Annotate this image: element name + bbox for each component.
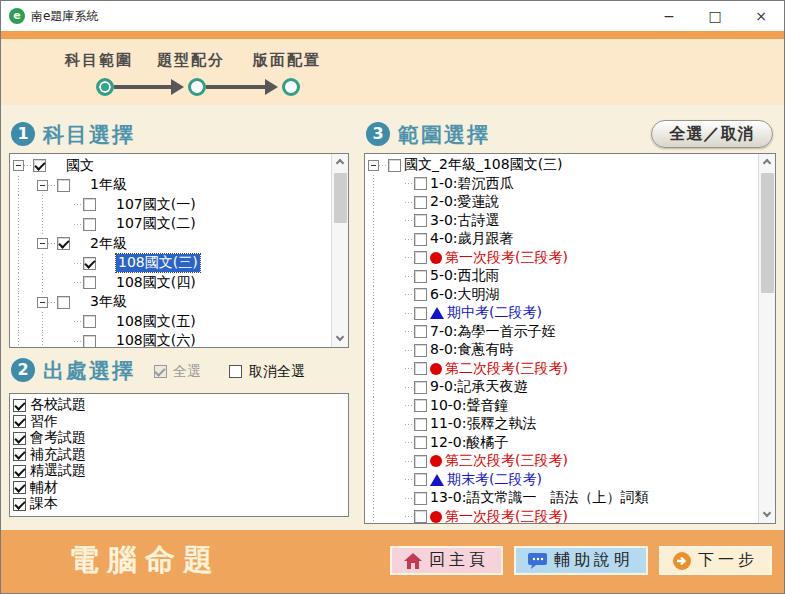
tree-checkbox[interactable] <box>83 315 96 328</box>
tree-item-label[interactable]: 國文 <box>66 157 94 175</box>
tree-item-label[interactable]: 3年級 <box>90 293 127 311</box>
tree-item-label[interactable]: 10-0:聲音鐘 <box>430 397 509 415</box>
subject-tree-scrollbar[interactable] <box>331 154 348 347</box>
select-all-checkbox[interactable] <box>154 365 167 378</box>
collapse-minus-icon[interactable] <box>37 238 48 249</box>
maximize-button[interactable]: □ <box>692 1 738 31</box>
tree-checkbox[interactable] <box>33 159 46 172</box>
tree-item-label[interactable]: 12-0:酸橘子 <box>430 434 509 452</box>
tree-checkbox[interactable] <box>57 237 70 250</box>
tree-checkbox[interactable] <box>57 179 70 192</box>
tree-item-label[interactable]: 3-0:古詩選 <box>430 212 500 230</box>
close-button[interactable]: × <box>738 1 784 31</box>
tree-checkbox[interactable] <box>414 473 427 486</box>
tree-checkbox[interactable] <box>414 325 427 338</box>
tree-checkbox[interactable] <box>414 455 427 468</box>
tree-item-label[interactable]: 6-0:大明湖 <box>430 286 500 304</box>
collapse-minus-icon[interactable] <box>368 160 379 171</box>
tree-item-label[interactable]: 1年級 <box>90 176 127 194</box>
source-item-label[interactable]: 輔材 <box>30 479 58 497</box>
scrollbar-thumb[interactable] <box>334 173 347 223</box>
tree-item-label[interactable]: 107國文(一) <box>116 196 196 214</box>
tree-checkbox[interactable] <box>414 381 427 394</box>
tree-item-label[interactable]: 108國文(六) <box>116 332 196 347</box>
tree-item-label[interactable]: 第一次段考(三段考) <box>445 249 568 267</box>
tree-checkbox[interactable] <box>414 196 427 209</box>
tree-checkbox[interactable] <box>57 296 70 309</box>
tree-checkbox[interactable] <box>414 288 427 301</box>
source-item-label[interactable]: 會考試題 <box>30 429 86 447</box>
tree-checkbox[interactable] <box>414 399 427 412</box>
scroll-down-icon[interactable] <box>332 331 349 347</box>
source-item-label[interactable]: 補充試題 <box>30 446 86 464</box>
source-checkbox[interactable] <box>13 432 26 445</box>
source-item-label[interactable]: 課本 <box>30 495 58 513</box>
source-item-label[interactable]: 習作 <box>30 413 58 431</box>
source-checkbox[interactable] <box>13 498 26 511</box>
tree-checkbox[interactable] <box>414 251 427 264</box>
tree-item-label[interactable]: 8-0:食蔥有時 <box>430 341 514 359</box>
select-toggle-button[interactable]: 全選／取消 <box>651 120 773 148</box>
range-tree-scrollbar[interactable] <box>758 154 775 523</box>
tree-item-label[interactable]: 108國文(五) <box>116 313 196 331</box>
tree-item-label[interactable]: 107國文(二) <box>116 215 196 233</box>
minimize-button[interactable]: − <box>646 1 692 31</box>
tree-row: 108國文(六) <box>11 332 330 348</box>
tree-checkbox[interactable] <box>414 418 427 431</box>
tree-checkbox[interactable] <box>414 214 427 227</box>
tree-item-label[interactable]: 13-0:語文常識一 語法（上）詞類 <box>430 489 649 507</box>
tree-checkbox[interactable] <box>414 436 427 449</box>
source-checkbox[interactable] <box>13 481 26 494</box>
collapse-minus-icon[interactable] <box>13 160 24 171</box>
tree-item-label[interactable]: 第三次段考(三段考) <box>445 452 568 470</box>
step-circle-2[interactable] <box>188 78 206 96</box>
tree-item-label[interactable]: 5-0:西北雨 <box>430 267 500 285</box>
tree-item-label[interactable]: 第一次段考(三段考) <box>445 508 568 523</box>
next-step-button[interactable]: 下一步 <box>659 546 772 575</box>
tree-checkbox[interactable] <box>414 177 427 190</box>
source-checkbox[interactable] <box>13 448 26 461</box>
tree-checkbox[interactable] <box>83 257 96 270</box>
scroll-up-icon[interactable] <box>759 154 776 170</box>
tree-checkbox[interactable] <box>414 233 427 246</box>
tree-checkbox[interactable] <box>414 362 427 375</box>
tree-checkbox[interactable] <box>414 270 427 283</box>
tree-item-label[interactable]: 第二次段考(三段考) <box>445 360 568 378</box>
tree-checkbox[interactable] <box>83 218 96 231</box>
tree-item-label[interactable]: 國文_2年級_108國文(三) <box>404 156 563 174</box>
tree-item-label[interactable]: 期中考(二段考) <box>447 304 542 322</box>
home-button[interactable]: 回主頁 <box>390 546 503 575</box>
tree-item-label[interactable]: 108國文(四) <box>116 274 196 292</box>
tree-item-label[interactable]: 2-0:愛蓮說 <box>430 193 500 211</box>
step-circle-1[interactable] <box>96 78 114 96</box>
scrollbar-thumb[interactable] <box>761 173 774 293</box>
tree-item-label[interactable]: 1-0:碧沉西瓜 <box>430 175 514 193</box>
scroll-down-icon[interactable] <box>759 507 776 523</box>
tree-checkbox[interactable] <box>83 198 96 211</box>
tree-item-label[interactable]: 11-0:張釋之執法 <box>430 415 537 433</box>
tree-item-label[interactable]: 期末考(二段考) <box>447 471 542 489</box>
tree-checkbox[interactable] <box>414 344 427 357</box>
tree-checkbox[interactable] <box>414 307 427 320</box>
tree-checkbox[interactable] <box>414 510 427 523</box>
scroll-up-icon[interactable] <box>332 154 349 170</box>
collapse-minus-icon[interactable] <box>37 297 48 308</box>
help-button[interactable]: 輔助說明 <box>514 546 648 575</box>
tree-item-label[interactable]: 2年級 <box>90 235 127 253</box>
source-checkbox[interactable] <box>13 415 26 428</box>
tree-checkbox[interactable] <box>83 335 96 347</box>
tree-checkbox[interactable] <box>83 276 96 289</box>
source-checkbox[interactable] <box>13 399 26 412</box>
tree-item-label[interactable]: 4-0:歲月跟著 <box>430 230 514 248</box>
step-circle-3[interactable] <box>282 78 300 96</box>
deselect-all-checkbox[interactable] <box>229 365 242 378</box>
source-item-label[interactable]: 精選試題 <box>30 462 86 480</box>
source-checkbox[interactable] <box>13 465 26 478</box>
tree-item-label[interactable]: 108國文(三) <box>116 254 200 272</box>
tree-item-label[interactable]: 7-0:為學一首示子姪 <box>430 323 556 341</box>
tree-checkbox[interactable] <box>414 492 427 505</box>
source-item-label[interactable]: 各校試題 <box>30 396 86 414</box>
tree-item-label[interactable]: 9-0:記承天夜遊 <box>430 378 528 396</box>
tree-checkbox[interactable] <box>388 159 401 172</box>
collapse-minus-icon[interactable] <box>37 180 48 191</box>
